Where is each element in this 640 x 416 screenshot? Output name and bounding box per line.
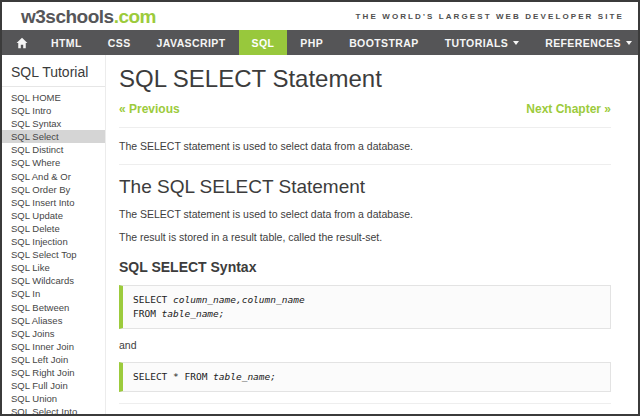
section-paragraph-1: The SELECT statement is used to select d… — [119, 207, 611, 221]
caret-down-icon — [513, 41, 519, 45]
references-menu[interactable]: REFERENCES — [532, 30, 640, 55]
main-nav: HTML CSS JAVASCRIPT SQL PHP BOOTSTRAP TU… — [2, 30, 638, 55]
and-text: and — [119, 338, 611, 352]
code-line: SELECT column_name,column_name — [133, 293, 600, 307]
tutorials-menu[interactable]: TUTORIALS — [432, 30, 533, 55]
sidebar-item-sql-home[interactable]: SQL HOME — [2, 91, 105, 104]
sidebar: SQL Tutorial SQL HOME SQL Intro SQL Synt… — [2, 55, 106, 414]
sidebar-item-sql-insert-into[interactable]: SQL Insert Into — [2, 196, 105, 209]
nav-item-php[interactable]: PHP — [287, 30, 336, 55]
sidebar-item-sql-right-join[interactable]: SQL Right Join — [2, 366, 105, 379]
chapter-pager: « Previous Next Chapter » — [119, 102, 611, 116]
logo-text: w3schools — [21, 6, 114, 27]
sidebar-item-sql-select-top[interactable]: SQL Select Top — [2, 248, 105, 261]
references-label: REFERENCES — [545, 37, 621, 49]
sidebar-item-sql-wildcards[interactable]: SQL Wildcards — [2, 274, 105, 287]
section-paragraph-2: The result is stored in a result table, … — [119, 230, 611, 244]
page: w3schools.com THE WORLD'S LARGEST WEB DE… — [0, 0, 640, 416]
next-chapter-link[interactable]: Next Chapter » — [526, 102, 611, 116]
top-header: w3schools.com THE WORLD'S LARGEST WEB DE… — [2, 2, 638, 30]
section-heading: The SQL SELECT Statement — [119, 176, 611, 198]
page-title: SQL SELECT Statement — [119, 65, 611, 93]
sidebar-title: SQL Tutorial — [2, 64, 105, 86]
code-line: SELECT * FROM table_name; — [133, 370, 600, 384]
intro-paragraph: The SELECT statement is used to select d… — [119, 139, 611, 153]
nav-item-html[interactable]: HTML — [38, 30, 95, 55]
sidebar-divider — [2, 86, 105, 87]
code-example-select-columns: SELECT column_name,column_name FROM tabl… — [119, 285, 611, 329]
main-content: SQL SELECT Statement « Previous Next Cha… — [106, 55, 638, 414]
sidebar-item-sql-where[interactable]: SQL Where — [2, 156, 105, 169]
sidebar-item-sql-left-join[interactable]: SQL Left Join — [2, 353, 105, 366]
syntax-heading: SQL SELECT Syntax — [119, 259, 611, 275]
nav-item-bootstrap[interactable]: BOOTSTRAP — [336, 30, 432, 55]
divider — [119, 403, 611, 404]
sidebar-item-sql-in[interactable]: SQL In — [2, 287, 105, 300]
sidebar-item-sql-update[interactable]: SQL Update — [2, 209, 105, 222]
caret-down-icon — [626, 41, 632, 45]
sidebar-item-sql-full-join[interactable]: SQL Full Join — [2, 379, 105, 392]
divider — [119, 127, 611, 128]
tutorials-label: TUTORIALS — [445, 37, 509, 49]
code-example-select-all: SELECT * FROM table_name; — [119, 362, 611, 392]
sidebar-item-sql-union[interactable]: SQL Union — [2, 392, 105, 405]
sidebar-item-sql-like[interactable]: SQL Like — [2, 261, 105, 274]
home-icon[interactable] — [2, 30, 38, 55]
nav-item-css[interactable]: CSS — [95, 30, 144, 55]
sidebar-item-sql-syntax[interactable]: SQL Syntax — [2, 117, 105, 130]
sidebar-item-sql-delete[interactable]: SQL Delete — [2, 222, 105, 235]
sidebar-item-sql-order-by[interactable]: SQL Order By — [2, 183, 105, 196]
nav-item-javascript[interactable]: JAVASCRIPT — [144, 30, 239, 55]
sidebar-item-sql-injection[interactable]: SQL Injection — [2, 235, 105, 248]
nav-right-group: TUTORIALS REFERENCES — [432, 30, 640, 55]
nav-item-sql[interactable]: SQL — [239, 30, 288, 55]
divider — [119, 164, 611, 165]
sidebar-item-sql-select-into[interactable]: SQL Select Into — [2, 405, 105, 414]
sidebar-item-sql-intro[interactable]: SQL Intro — [2, 104, 105, 117]
logo-suffix: .com — [114, 6, 156, 27]
site-logo[interactable]: w3schools.com — [21, 7, 156, 26]
site-tagline: THE WORLD'S LARGEST WEB DEVELOPER SITE — [356, 12, 624, 21]
code-line: FROM table_name; — [133, 307, 600, 321]
sidebar-item-sql-between[interactable]: SQL Between — [2, 301, 105, 314]
sidebar-item-sql-inner-join[interactable]: SQL Inner Join — [2, 340, 105, 353]
sidebar-item-sql-joins[interactable]: SQL Joins — [2, 327, 105, 340]
content-area: SQL Tutorial SQL HOME SQL Intro SQL Synt… — [2, 55, 638, 414]
sidebar-item-sql-aliases[interactable]: SQL Aliases — [2, 314, 105, 327]
sidebar-item-sql-select[interactable]: SQL Select — [2, 130, 105, 143]
sidebar-item-sql-distinct[interactable]: SQL Distinct — [2, 143, 105, 156]
previous-link[interactable]: « Previous — [119, 102, 180, 116]
sidebar-item-sql-and-or[interactable]: SQL And & Or — [2, 170, 105, 183]
